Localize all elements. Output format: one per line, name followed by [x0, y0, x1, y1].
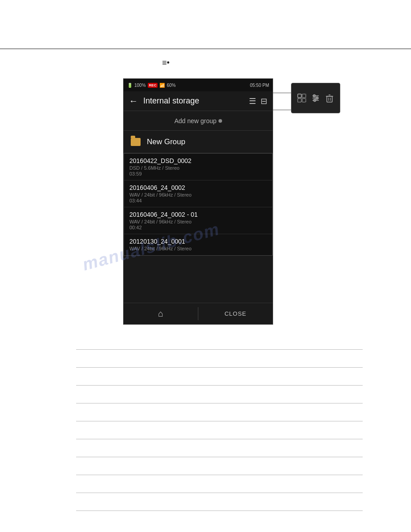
wifi-percent: 60% — [167, 83, 176, 88]
file-item-4[interactable]: 20120130_24_0001 WAV / 24bit / 96kHz / S… — [124, 234, 272, 255]
panel-add-icon[interactable] — [297, 93, 307, 103]
nav-sort-icon[interactable]: ☰ — [249, 96, 256, 106]
file-duration-3: 00:42 — [129, 225, 267, 230]
right-icons-panel — [291, 83, 340, 113]
svg-point-7 — [316, 97, 318, 99]
back-button[interactable]: ← — [129, 96, 138, 106]
section-line-5 — [76, 421, 363, 421]
file-meta-2: WAV / 24bit / 96kHz / Stereo — [129, 192, 267, 197]
menu-icon: ≡• — [162, 58, 170, 68]
section-line-1 — [76, 349, 363, 350]
connector-line-top — [273, 93, 291, 93]
add-new-group-bar[interactable]: Add new group — [124, 111, 273, 131]
section-line-7 — [76, 457, 363, 457]
file-name-2: 20160406_24_0002 — [129, 184, 267, 191]
file-item-2[interactable]: 20160406_24_0002 WAV / 24bit / 96kHz / S… — [124, 180, 272, 207]
status-bar-right: 05:50 PM — [250, 83, 269, 88]
add-group-dot — [218, 119, 222, 123]
wifi-icon: 📶 — [159, 83, 165, 88]
file-duration-2: 03:44 — [129, 198, 267, 203]
menu-glyph: ≡• — [162, 58, 170, 67]
svg-rect-2 — [298, 99, 301, 102]
connector-line-bottom — [273, 110, 291, 110]
time-display: 05:50 PM — [250, 83, 269, 88]
folder-icon — [131, 138, 141, 146]
close-label: CLOSE — [224, 310, 246, 317]
nav-grid-icon[interactable]: ⊟ — [261, 96, 267, 106]
status-bar-left: 🔋 100% REC 📶 60% — [127, 83, 176, 88]
panel-adjust-icon[interactable] — [311, 93, 321, 103]
file-meta-4: WAV / 24bit / 96kHz / Stereo — [129, 246, 267, 251]
panel-delete-icon[interactable] — [325, 93, 334, 103]
file-item-1[interactable]: 20160422_DSD_0002 DSD / 5.6MHz / Stereo … — [124, 154, 272, 180]
home-button[interactable]: ⌂ — [124, 303, 198, 324]
svg-rect-1 — [302, 94, 306, 98]
top-horizontal-rule — [0, 48, 411, 49]
add-new-group-label: Add new group — [174, 117, 216, 124]
section-line-8 — [76, 475, 363, 475]
nav-title: Internal storage — [143, 96, 244, 106]
section-line-4 — [76, 403, 363, 403]
battery-icon: 🔋 — [127, 83, 133, 88]
svg-rect-0 — [298, 94, 301, 98]
close-button[interactable]: CLOSE — [198, 303, 273, 324]
rec-badge: REC — [148, 83, 158, 88]
section-line-6 — [76, 439, 363, 439]
section-line-10 — [76, 511, 363, 511]
file-item-3[interactable]: 20160406_24_0002 - 01 WAV / 24bit / 96kH… — [124, 207, 272, 234]
file-meta-1: DSD / 5.6MHz / Stereo — [129, 165, 267, 171]
section-line-2 — [76, 367, 363, 368]
file-meta-3: WAV / 24bit / 96kHz / Stereo — [129, 219, 267, 224]
new-group-label: New Group — [147, 137, 185, 146]
section-line-3 — [76, 385, 363, 386]
nav-bar: ← Internal storage ☰ ⊟ — [124, 91, 273, 111]
svg-rect-10 — [327, 96, 332, 102]
svg-point-5 — [313, 94, 316, 97]
new-group-row[interactable]: New Group — [124, 131, 273, 153]
file-name-4: 20120130_24_0001 — [129, 238, 267, 245]
file-duration-1: 03:59 — [129, 171, 267, 176]
file-name-3: 20160406_24_0002 - 01 — [129, 211, 267, 218]
svg-point-9 — [313, 99, 316, 102]
device-screen: 🔋 100% REC 📶 60% 05:50 PM ← Internal sto… — [123, 78, 273, 325]
bottom-bar: ⌂ CLOSE — [124, 303, 273, 324]
section-line-9 — [76, 493, 363, 493]
battery-percent: 100% — [134, 83, 146, 88]
file-list: 20160422_DSD_0002 DSD / 5.6MHz / Stereo … — [124, 153, 273, 256]
nav-icons: ☰ ⊟ — [249, 96, 267, 106]
home-icon: ⌂ — [158, 309, 163, 319]
file-name-1: 20160422_DSD_0002 — [129, 157, 267, 164]
svg-rect-3 — [302, 99, 306, 102]
status-bar: 🔋 100% REC 📶 60% 05:50 PM — [124, 79, 273, 91]
